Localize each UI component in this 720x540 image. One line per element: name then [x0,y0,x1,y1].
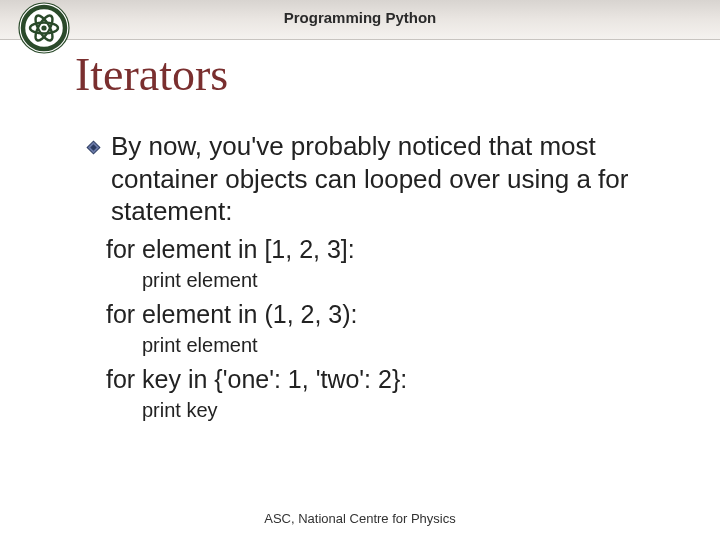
code-line: for key in {'one': 1, 'two': 2}: [106,364,680,395]
bullet-text: By now, you've probably noticed that mos… [111,130,680,228]
code-subline: print element [142,332,680,358]
code-line: for element in [1, 2, 3]: [106,234,680,265]
svg-point-5 [41,25,46,30]
code-subline: print key [142,397,680,423]
header-bar: Programming Python [0,0,720,40]
org-logo [18,2,70,54]
diamond-bullet-icon [86,140,101,159]
content-area: By now, you've probably noticed that mos… [86,130,680,423]
bullet-item: By now, you've probably noticed that mos… [86,130,680,228]
code-line: for element in (1, 2, 3): [106,299,680,330]
header-title: Programming Python [0,9,720,26]
code-subline: print element [142,267,680,293]
footer-text: ASC, National Centre for Physics [0,511,720,526]
slide-title: Iterators [75,48,228,101]
